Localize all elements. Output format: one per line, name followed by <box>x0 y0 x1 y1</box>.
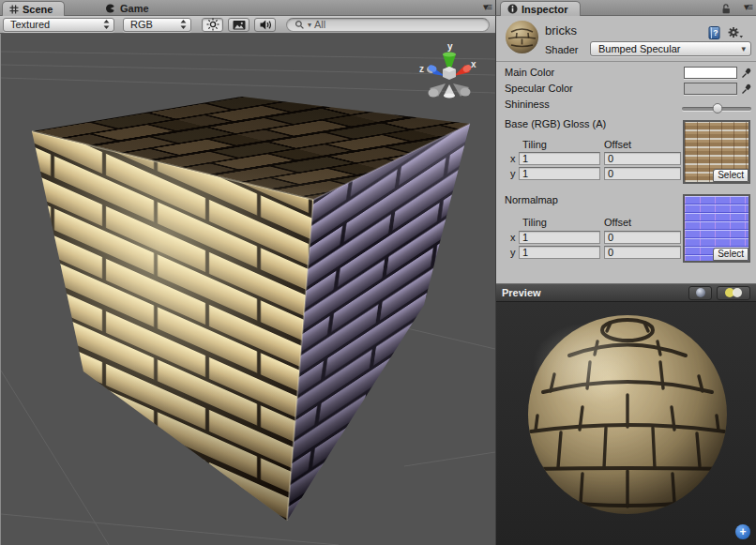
preview-title: Preview <box>502 287 684 298</box>
search-icon <box>295 20 305 30</box>
scene-grid-icon <box>9 5 19 14</box>
search-filter-arrow-icon[interactable]: ▾ <box>308 21 311 29</box>
shader-value: Bumped Specular <box>598 43 741 54</box>
tab-scene[interactable]: Scene <box>2 1 65 16</box>
base-map-label: Base (RGB) Gloss (A) <box>505 118 606 129</box>
gizmo-z-label: z <box>419 64 424 74</box>
normal-texture-select-button[interactable]: Select <box>713 248 748 261</box>
normal-tiling-y-input[interactable] <box>519 246 600 259</box>
scene-effects-toggle[interactable] <box>228 18 249 32</box>
normal-texture-thumb[interactable]: Select <box>683 194 750 263</box>
inspector-panel-menu-icon[interactable]: ▾≡ <box>744 1 751 13</box>
search-filter-label: All <box>314 19 325 30</box>
shininess-slider[interactable] <box>682 107 751 111</box>
tab-game-label: Game <box>120 3 149 14</box>
scene-tabbar: Scene Game ▾≡ <box>0 0 495 16</box>
sphere-icon <box>695 287 706 298</box>
normal-tiling-x-input[interactable] <box>519 231 600 244</box>
material-sphere-icon <box>506 21 538 53</box>
gear-icon[interactable] <box>727 25 744 40</box>
base-y-label: y <box>510 168 516 179</box>
shader-label: Shader <box>545 44 578 55</box>
tab-game[interactable]: Game <box>98 1 157 15</box>
preview-mesh-button[interactable] <box>688 286 712 300</box>
specular-color-swatch[interactable] <box>684 83 737 95</box>
inspector-panel: bricks Shader Bumped Specular ▾ ? Main C… <box>495 16 756 545</box>
lights-icon <box>721 287 746 298</box>
updown-arrows-icon <box>103 19 110 30</box>
base-offset-x-input[interactable] <box>604 152 681 165</box>
inspector-tabbar: Inspector ▾≡ <box>495 0 756 16</box>
base-offset-header: Offset <box>604 139 631 150</box>
tab-inspector[interactable]: Inspector <box>500 1 581 16</box>
normal-offset-x-input[interactable] <box>604 231 681 244</box>
orientation-gizmo[interactable]: y z x <box>419 41 476 98</box>
material-name: bricks <box>545 23 577 38</box>
tab-inspector-label: Inspector <box>522 4 568 15</box>
preview-header[interactable]: Preview <box>496 283 756 302</box>
help-book-icon[interactable]: ? <box>707 25 721 40</box>
scene-viewport[interactable]: y z x <box>0 34 495 545</box>
eyedropper-icon[interactable] <box>741 67 752 79</box>
eyedropper-icon[interactable] <box>741 83 752 95</box>
render-mode-dropdown[interactable]: Textured <box>3 18 114 32</box>
scene-toolbar: Textured RGB <box>0 16 495 34</box>
preview-sphere[interactable] <box>496 302 755 545</box>
preview-lighting-toggle[interactable] <box>717 286 750 300</box>
channel-value: RGB <box>130 19 180 30</box>
scene-audio-toggle[interactable] <box>254 18 276 32</box>
base-tiling-header: Tiling <box>522 139 547 150</box>
sun-icon <box>206 18 219 31</box>
specular-color-label: Specular Color <box>505 83 573 94</box>
base-texture-select-button[interactable]: Select <box>713 169 748 182</box>
speaker-icon <box>259 19 272 31</box>
material-header: bricks Shader Bumped Specular ▾ ? <box>496 16 756 62</box>
brick-cube[interactable] <box>32 97 470 521</box>
normal-offset-y-input[interactable] <box>604 246 681 259</box>
scene-panel-menu-icon[interactable]: ▾≡ <box>483 1 491 13</box>
gizmo-y-label: y <box>447 41 453 52</box>
svg-text:?: ? <box>713 28 718 38</box>
base-texture-thumb[interactable]: Select <box>683 120 750 184</box>
base-x-label: x <box>510 153 516 164</box>
tab-scene-label: Scene <box>23 4 53 15</box>
dropdown-arrow-icon: ▾ <box>741 44 746 53</box>
base-tiling-y-input[interactable] <box>519 167 600 180</box>
image-icon <box>232 19 247 31</box>
normal-offset-header: Offset <box>604 217 631 228</box>
lock-icon[interactable] <box>720 3 732 14</box>
shininess-slider-thumb[interactable] <box>713 103 723 114</box>
main-color-swatch[interactable] <box>684 67 737 79</box>
base-tiling-x-input[interactable] <box>519 152 600 165</box>
shader-dropdown[interactable]: Bumped Specular ▾ <box>590 41 751 56</box>
material-preview-thumb <box>506 21 538 53</box>
shininess-label: Shininess <box>505 98 550 110</box>
main-color-label: Main Color <box>505 67 554 78</box>
game-icon <box>105 3 116 14</box>
info-icon <box>507 4 518 14</box>
preview-add-button[interactable]: + <box>735 524 750 539</box>
normal-y-label: y <box>510 247 516 258</box>
channel-dropdown[interactable]: RGB <box>123 18 191 32</box>
normal-map-label: Normalmap <box>505 194 558 205</box>
normal-tiling-header: Tiling <box>522 217 547 228</box>
scene-3d-view[interactable]: y z x <box>1 34 495 545</box>
updown-arrows-icon <box>180 19 187 30</box>
scene-lighting-toggle[interactable] <box>202 18 223 32</box>
scene-search-input[interactable]: ▾ All <box>286 18 490 32</box>
preview-area[interactable]: + <box>496 302 756 545</box>
gizmo-x-label: x <box>471 59 476 69</box>
base-offset-y-input[interactable] <box>604 167 681 180</box>
normal-x-label: x <box>510 232 516 243</box>
render-mode-value: Textured <box>10 19 103 30</box>
